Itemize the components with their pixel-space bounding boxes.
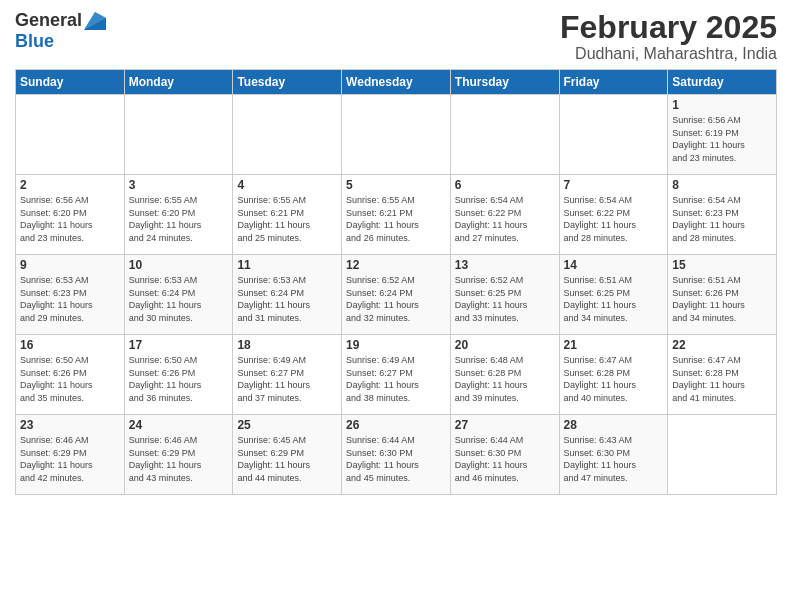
calendar-cell: 26Sunrise: 6:44 AM Sunset: 6:30 PM Dayli… bbox=[342, 415, 451, 495]
calendar-cell: 27Sunrise: 6:44 AM Sunset: 6:30 PM Dayli… bbox=[450, 415, 559, 495]
calendar-cell: 4Sunrise: 6:55 AM Sunset: 6:21 PM Daylig… bbox=[233, 175, 342, 255]
calendar-cell bbox=[16, 95, 125, 175]
logo-general: General bbox=[15, 10, 82, 31]
day-number: 11 bbox=[237, 258, 337, 272]
header: General Blue February 2025 Dudhani, Maha… bbox=[15, 10, 777, 63]
calendar-cell: 8Sunrise: 6:54 AM Sunset: 6:23 PM Daylig… bbox=[668, 175, 777, 255]
calendar-cell: 17Sunrise: 6:50 AM Sunset: 6:26 PM Dayli… bbox=[124, 335, 233, 415]
logo: General Blue bbox=[15, 10, 106, 52]
day-info: Sunrise: 6:47 AM Sunset: 6:28 PM Dayligh… bbox=[672, 354, 772, 404]
day-number: 6 bbox=[455, 178, 555, 192]
day-info: Sunrise: 6:44 AM Sunset: 6:30 PM Dayligh… bbox=[346, 434, 446, 484]
calendar-cell: 28Sunrise: 6:43 AM Sunset: 6:30 PM Dayli… bbox=[559, 415, 668, 495]
day-info: Sunrise: 6:43 AM Sunset: 6:30 PM Dayligh… bbox=[564, 434, 664, 484]
day-number: 24 bbox=[129, 418, 229, 432]
title-block: February 2025 Dudhani, Maharashtra, Indi… bbox=[560, 10, 777, 63]
day-number: 16 bbox=[20, 338, 120, 352]
day-number: 10 bbox=[129, 258, 229, 272]
page: General Blue February 2025 Dudhani, Maha… bbox=[0, 0, 792, 612]
calendar-cell: 7Sunrise: 6:54 AM Sunset: 6:22 PM Daylig… bbox=[559, 175, 668, 255]
day-number: 13 bbox=[455, 258, 555, 272]
calendar-cell bbox=[233, 95, 342, 175]
day-info: Sunrise: 6:51 AM Sunset: 6:26 PM Dayligh… bbox=[672, 274, 772, 324]
logo-blue: Blue bbox=[15, 31, 54, 51]
day-number: 27 bbox=[455, 418, 555, 432]
day-info: Sunrise: 6:53 AM Sunset: 6:24 PM Dayligh… bbox=[129, 274, 229, 324]
day-info: Sunrise: 6:55 AM Sunset: 6:20 PM Dayligh… bbox=[129, 194, 229, 244]
col-saturday: Saturday bbox=[668, 70, 777, 95]
calendar-cell: 12Sunrise: 6:52 AM Sunset: 6:24 PM Dayli… bbox=[342, 255, 451, 335]
day-number: 7 bbox=[564, 178, 664, 192]
calendar-cell: 10Sunrise: 6:53 AM Sunset: 6:24 PM Dayli… bbox=[124, 255, 233, 335]
day-info: Sunrise: 6:47 AM Sunset: 6:28 PM Dayligh… bbox=[564, 354, 664, 404]
day-info: Sunrise: 6:54 AM Sunset: 6:22 PM Dayligh… bbox=[564, 194, 664, 244]
calendar-cell: 13Sunrise: 6:52 AM Sunset: 6:25 PM Dayli… bbox=[450, 255, 559, 335]
day-info: Sunrise: 6:50 AM Sunset: 6:26 PM Dayligh… bbox=[129, 354, 229, 404]
day-info: Sunrise: 6:46 AM Sunset: 6:29 PM Dayligh… bbox=[129, 434, 229, 484]
day-number: 17 bbox=[129, 338, 229, 352]
calendar-cell: 2Sunrise: 6:56 AM Sunset: 6:20 PM Daylig… bbox=[16, 175, 125, 255]
calendar-week-3: 9Sunrise: 6:53 AM Sunset: 6:23 PM Daylig… bbox=[16, 255, 777, 335]
day-info: Sunrise: 6:44 AM Sunset: 6:30 PM Dayligh… bbox=[455, 434, 555, 484]
calendar-cell: 14Sunrise: 6:51 AM Sunset: 6:25 PM Dayli… bbox=[559, 255, 668, 335]
logo-icon bbox=[84, 12, 106, 30]
calendar-cell: 24Sunrise: 6:46 AM Sunset: 6:29 PM Dayli… bbox=[124, 415, 233, 495]
day-number: 3 bbox=[129, 178, 229, 192]
calendar-cell bbox=[559, 95, 668, 175]
day-number: 26 bbox=[346, 418, 446, 432]
calendar-cell: 25Sunrise: 6:45 AM Sunset: 6:29 PM Dayli… bbox=[233, 415, 342, 495]
col-friday: Friday bbox=[559, 70, 668, 95]
calendar-cell: 3Sunrise: 6:55 AM Sunset: 6:20 PM Daylig… bbox=[124, 175, 233, 255]
calendar-header-row: Sunday Monday Tuesday Wednesday Thursday… bbox=[16, 70, 777, 95]
calendar: Sunday Monday Tuesday Wednesday Thursday… bbox=[15, 69, 777, 495]
col-sunday: Sunday bbox=[16, 70, 125, 95]
day-info: Sunrise: 6:49 AM Sunset: 6:27 PM Dayligh… bbox=[346, 354, 446, 404]
day-info: Sunrise: 6:54 AM Sunset: 6:23 PM Dayligh… bbox=[672, 194, 772, 244]
day-info: Sunrise: 6:45 AM Sunset: 6:29 PM Dayligh… bbox=[237, 434, 337, 484]
day-info: Sunrise: 6:53 AM Sunset: 6:23 PM Dayligh… bbox=[20, 274, 120, 324]
day-number: 14 bbox=[564, 258, 664, 272]
calendar-week-1: 1Sunrise: 6:56 AM Sunset: 6:19 PM Daylig… bbox=[16, 95, 777, 175]
day-number: 4 bbox=[237, 178, 337, 192]
day-number: 12 bbox=[346, 258, 446, 272]
calendar-cell: 23Sunrise: 6:46 AM Sunset: 6:29 PM Dayli… bbox=[16, 415, 125, 495]
calendar-cell: 18Sunrise: 6:49 AM Sunset: 6:27 PM Dayli… bbox=[233, 335, 342, 415]
day-number: 8 bbox=[672, 178, 772, 192]
day-info: Sunrise: 6:56 AM Sunset: 6:19 PM Dayligh… bbox=[672, 114, 772, 164]
day-number: 5 bbox=[346, 178, 446, 192]
calendar-cell: 9Sunrise: 6:53 AM Sunset: 6:23 PM Daylig… bbox=[16, 255, 125, 335]
day-info: Sunrise: 6:49 AM Sunset: 6:27 PM Dayligh… bbox=[237, 354, 337, 404]
calendar-cell: 20Sunrise: 6:48 AM Sunset: 6:28 PM Dayli… bbox=[450, 335, 559, 415]
calendar-cell: 21Sunrise: 6:47 AM Sunset: 6:28 PM Dayli… bbox=[559, 335, 668, 415]
col-monday: Monday bbox=[124, 70, 233, 95]
col-thursday: Thursday bbox=[450, 70, 559, 95]
day-number: 20 bbox=[455, 338, 555, 352]
calendar-cell bbox=[450, 95, 559, 175]
day-info: Sunrise: 6:53 AM Sunset: 6:24 PM Dayligh… bbox=[237, 274, 337, 324]
day-number: 9 bbox=[20, 258, 120, 272]
calendar-week-2: 2Sunrise: 6:56 AM Sunset: 6:20 PM Daylig… bbox=[16, 175, 777, 255]
day-info: Sunrise: 6:52 AM Sunset: 6:25 PM Dayligh… bbox=[455, 274, 555, 324]
sub-title: Dudhani, Maharashtra, India bbox=[560, 45, 777, 63]
day-info: Sunrise: 6:55 AM Sunset: 6:21 PM Dayligh… bbox=[237, 194, 337, 244]
calendar-cell: 22Sunrise: 6:47 AM Sunset: 6:28 PM Dayli… bbox=[668, 335, 777, 415]
day-number: 23 bbox=[20, 418, 120, 432]
calendar-cell: 5Sunrise: 6:55 AM Sunset: 6:21 PM Daylig… bbox=[342, 175, 451, 255]
calendar-cell bbox=[668, 415, 777, 495]
col-wednesday: Wednesday bbox=[342, 70, 451, 95]
main-title: February 2025 bbox=[560, 10, 777, 45]
col-tuesday: Tuesday bbox=[233, 70, 342, 95]
day-info: Sunrise: 6:56 AM Sunset: 6:20 PM Dayligh… bbox=[20, 194, 120, 244]
calendar-cell bbox=[124, 95, 233, 175]
calendar-cell: 19Sunrise: 6:49 AM Sunset: 6:27 PM Dayli… bbox=[342, 335, 451, 415]
day-number: 2 bbox=[20, 178, 120, 192]
calendar-cell: 1Sunrise: 6:56 AM Sunset: 6:19 PM Daylig… bbox=[668, 95, 777, 175]
calendar-week-5: 23Sunrise: 6:46 AM Sunset: 6:29 PM Dayli… bbox=[16, 415, 777, 495]
day-info: Sunrise: 6:48 AM Sunset: 6:28 PM Dayligh… bbox=[455, 354, 555, 404]
calendar-cell: 6Sunrise: 6:54 AM Sunset: 6:22 PM Daylig… bbox=[450, 175, 559, 255]
calendar-cell: 16Sunrise: 6:50 AM Sunset: 6:26 PM Dayli… bbox=[16, 335, 125, 415]
day-number: 22 bbox=[672, 338, 772, 352]
day-number: 19 bbox=[346, 338, 446, 352]
day-info: Sunrise: 6:46 AM Sunset: 6:29 PM Dayligh… bbox=[20, 434, 120, 484]
calendar-cell: 11Sunrise: 6:53 AM Sunset: 6:24 PM Dayli… bbox=[233, 255, 342, 335]
